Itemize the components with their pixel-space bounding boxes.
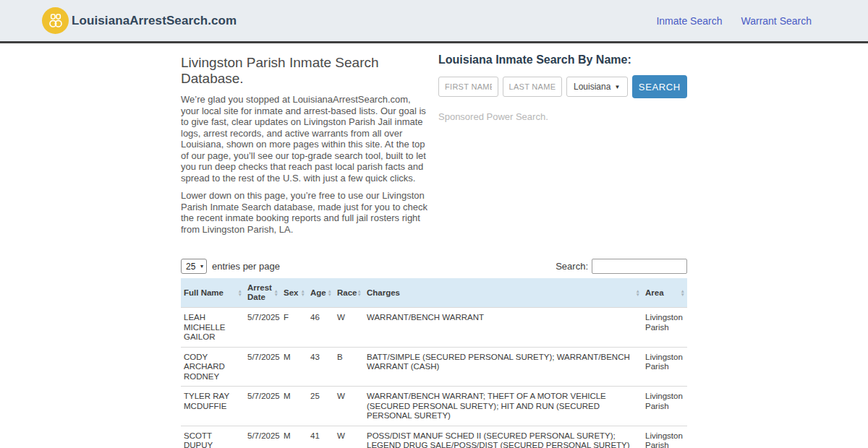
cell-full-name: SCOTT DUPUY [181, 426, 244, 448]
table-search-label: Search: [556, 261, 588, 272]
nav-warrant-search[interactable]: Warrant Search [741, 15, 812, 27]
search-form-title: Louisiana Inmate Search By Name: [438, 53, 687, 66]
page-size-select[interactable]: 25 ▾ [181, 259, 207, 274]
intro-paragraph-1: We’re glad you stopped at LouisianaArres… [181, 94, 430, 184]
brand[interactable]: LouisianaArrestSearch.com [42, 7, 237, 34]
sort-icon[interactable]: ▲▼ [238, 289, 242, 296]
cell-area: Livingston Parish [642, 308, 687, 348]
cell-race: W [334, 426, 364, 448]
cell-charges: WARRANT/BENCH WARRANT; THEFT OF A MOTOR … [364, 387, 642, 426]
cell-charges: WARRANT/BENCH WARRANT [364, 308, 642, 348]
last-name-input[interactable] [503, 77, 563, 97]
cell-race: W [334, 387, 364, 426]
cell-area: Livingston Parish [642, 387, 687, 426]
cell-sex: M [281, 426, 307, 448]
cell-arrest-date: 5/7/2025 [244, 308, 281, 348]
col-header-race[interactable]: Race▲▼ [334, 278, 364, 308]
col-header-area[interactable]: Area▲▼ [642, 278, 687, 308]
brand-title: LouisianaArrestSearch.com [72, 14, 237, 28]
cell-race: B [334, 347, 364, 387]
table-header-row: Full Name▲▼ Arrest Date▲▼ Sex▲▼ Age▲▼ Ra… [181, 278, 687, 308]
search-button[interactable]: SEARCH [632, 75, 688, 98]
col-header-full-name[interactable]: Full Name▲▼ [181, 278, 244, 308]
sort-icon[interactable]: ▲▼ [681, 289, 685, 296]
cell-arrest-date: 5/7/2025 [244, 347, 281, 387]
sort-icon[interactable]: ▲▼ [328, 289, 332, 296]
cell-sex: F [281, 308, 307, 348]
cell-race: W [334, 308, 364, 348]
cell-area: Livingston Parish [642, 426, 687, 448]
col-header-age[interactable]: Age▲▼ [307, 278, 334, 308]
sort-icon[interactable]: ▲▼ [301, 289, 305, 296]
intro-section: Livingston Parish Inmate Search Database… [181, 48, 430, 241]
sort-icon[interactable]: ▲▼ [636, 289, 640, 296]
intro-paragraph-2: Lower down on this page, you’re free to … [181, 190, 430, 235]
cell-sex: M [281, 387, 307, 426]
site-header: LouisianaArrestSearch.com Inmate Search … [0, 0, 868, 43]
nav-inmate-search[interactable]: Inmate Search [656, 15, 722, 27]
entries-per-page-label: entries per page [212, 261, 280, 272]
sort-icon[interactable]: ▲▼ [357, 289, 362, 296]
cell-age: 25 [307, 387, 334, 426]
cell-area: Livingston Parish [642, 347, 687, 387]
col-header-charges[interactable]: Charges▲▼ [364, 278, 642, 308]
cell-arrest-date: 5/7/2025 [244, 426, 281, 448]
page-size-value: 25 [186, 262, 195, 272]
table-row: TYLER RAY MCDUFFIE 5/7/2025 M 25 W WARRA… [181, 387, 687, 426]
col-header-arrest-date[interactable]: Arrest Date▲▼ [244, 278, 281, 308]
table-search-input[interactable] [592, 259, 687, 274]
logo-handcuffs-icon [42, 7, 69, 34]
cell-full-name: LEAH MICHELLE GAILOR [181, 308, 244, 348]
site-nav: Inmate Search Warrant Search [656, 15, 812, 27]
cell-full-name: CODY ARCHARD RODNEY [181, 347, 244, 387]
state-select[interactable]: Louisiana ▼ [566, 77, 628, 97]
state-select-value: Louisiana [574, 82, 610, 92]
cell-charges: POSS/DIST MANUF SCHED II (SECURED PERSON… [364, 426, 642, 448]
table-row: SCOTT DUPUY 5/7/2025 M 41 W POSS/DIST MA… [181, 426, 687, 448]
sponsored-text: Sponsored Power Search. [438, 111, 687, 122]
main-content: Livingston Parish Inmate Search Database… [181, 43, 687, 448]
table-row: LEAH MICHELLE GAILOR 5/7/2025 F 46 W WAR… [181, 308, 687, 348]
chevron-down-icon: ▼ [615, 84, 621, 90]
cell-charges: BATT/SIMPLE (SECURED PERSONAL SURETY); W… [364, 347, 642, 387]
table-controls: 25 ▾ entries per page Search: [181, 259, 687, 274]
search-form-section: Louisiana Inmate Search By Name: Louisia… [438, 48, 687, 241]
first-name-input[interactable] [438, 77, 498, 97]
col-header-sex[interactable]: Sex▲▼ [281, 278, 307, 308]
cell-age: 41 [307, 426, 334, 448]
page-title: Livingston Parish Inmate Search Database… [181, 55, 430, 87]
chevron-down-icon: ▾ [200, 263, 203, 270]
cell-arrest-date: 5/7/2025 [244, 387, 281, 426]
cell-full-name: TYLER RAY MCDUFFIE [181, 387, 244, 426]
table-row: CODY ARCHARD RODNEY 5/7/2025 M 43 B BATT… [181, 347, 687, 387]
inmates-table: Full Name▲▼ Arrest Date▲▼ Sex▲▼ Age▲▼ Ra… [181, 278, 687, 448]
cell-age: 46 [307, 308, 334, 348]
cell-age: 43 [307, 347, 334, 387]
search-form: Louisiana ▼ SEARCH [438, 77, 687, 98]
sort-icon[interactable]: ▲▼ [274, 289, 278, 296]
cell-sex: M [281, 347, 307, 387]
